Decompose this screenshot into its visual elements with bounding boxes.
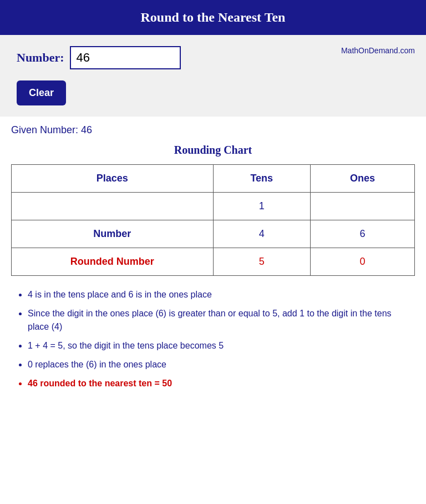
table-header-row: Places Tens Ones [12, 165, 415, 193]
col-header-ones: Ones [311, 165, 415, 193]
rounding-table: Places Tens Ones 1 Number 4 6 Rounded Nu… [11, 164, 415, 276]
rounding-chart-title: Rounding Chart [11, 144, 415, 157]
row3-label: Rounded Number [12, 248, 214, 276]
table-row: 1 [12, 193, 415, 220]
bullet-4: 0 replaces the (6) in the ones place [28, 358, 415, 371]
given-number-label: Given Number: 46 [11, 124, 415, 136]
page-header: Round to the Nearest Ten [0, 0, 426, 35]
row3-ones: 0 [311, 248, 415, 276]
row1-ones [311, 193, 415, 220]
number-input[interactable] [70, 46, 181, 69]
col-header-places: Places [12, 165, 214, 193]
controls-section: MathOnDemand.com Number: Clear [0, 35, 426, 117]
row3-tens: 5 [213, 248, 311, 276]
clear-button[interactable]: Clear [17, 80, 66, 105]
bullet-2: Since the digit in the ones place (6) is… [28, 307, 415, 334]
row2-label: Number [12, 220, 214, 248]
bullet-1: 4 is in the tens place and 6 is in the o… [28, 288, 415, 301]
content-section: Given Number: 46 Rounding Chart Places T… [0, 117, 426, 407]
bullet-5: 46 rounded to the nearest ten = 50 [28, 377, 415, 390]
table-row: Number 4 6 [12, 220, 415, 248]
row1-label [12, 193, 214, 220]
table-row: Rounded Number 5 0 [12, 248, 415, 276]
col-header-tens: Tens [213, 165, 311, 193]
explanation-list: 4 is in the tens place and 6 is in the o… [11, 288, 415, 390]
row2-tens: 4 [213, 220, 311, 248]
watermark: MathOnDemand.com [341, 46, 415, 55]
number-label: Number: [17, 51, 64, 65]
page-title: Round to the Nearest Ten [141, 10, 286, 24]
row2-ones: 6 [311, 220, 415, 248]
row1-tens: 1 [213, 193, 311, 220]
bullet-3: 1 + 4 = 5, so the digit in the tens plac… [28, 339, 415, 352]
